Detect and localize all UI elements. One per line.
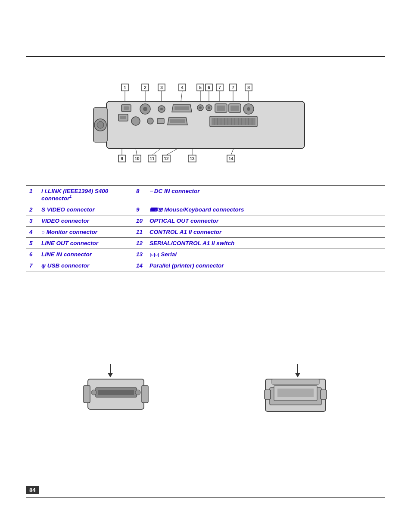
svg-text:11: 11 <box>149 156 155 161</box>
row7-left-label: ψ USB connector <box>38 260 133 271</box>
svg-text:9: 9 <box>121 156 123 161</box>
row6-left-num: 6 <box>26 249 38 260</box>
row1-left-num: 1 <box>26 186 38 204</box>
svg-text:12: 12 <box>164 156 169 161</box>
row5-right-num: 12 <box>133 237 146 249</box>
row3-right-label: OPTICAL OUT connector <box>146 215 385 226</box>
row2-left-label: S VIDEO connector <box>38 204 133 215</box>
row4-left-label: ○ Monitor connector <box>38 226 133 237</box>
svg-text:1: 1 <box>124 85 126 90</box>
svg-rect-90 <box>142 386 148 403</box>
svg-rect-10 <box>174 106 189 110</box>
svg-text:7: 7 <box>232 85 234 90</box>
svg-text:6: 6 <box>208 85 210 90</box>
svg-point-93 <box>135 390 140 395</box>
diagram-section: 1 2 3 4 5 6 <box>26 67 385 183</box>
svg-text:14: 14 <box>228 156 234 161</box>
row7-left-num: 7 <box>26 260 38 271</box>
svg-rect-94 <box>98 390 134 395</box>
row4-left-num: 4 <box>26 226 38 237</box>
svg-line-79 <box>166 149 177 155</box>
svg-text:3: 3 <box>160 85 163 90</box>
table-row: 1 i i.LINK (IEEE1394) S400 connector1 8 … <box>26 186 385 204</box>
row4-right-label: CONTROL A1 ΙΙ connector <box>146 226 385 237</box>
svg-rect-102 <box>265 390 271 399</box>
svg-rect-22 <box>120 116 126 119</box>
svg-text:4: 4 <box>181 85 184 90</box>
svg-point-92 <box>91 390 97 395</box>
svg-marker-96 <box>295 373 300 377</box>
svg-line-76 <box>152 149 161 155</box>
svg-point-20 <box>247 107 250 111</box>
row6-right-label: |○|○| Serial <box>146 249 385 260</box>
svg-line-85 <box>231 149 234 155</box>
svg-text:8: 8 <box>247 85 250 90</box>
svg-rect-16 <box>217 106 225 111</box>
page-number: 84 <box>26 486 39 494</box>
svg-rect-28 <box>212 118 255 125</box>
row2-left-num: 2 <box>26 204 38 215</box>
row1-left-label: i i.LINK (IEEE1394) S400 connector1 <box>38 186 133 204</box>
page: 1 2 3 4 5 6 <box>0 0 411 532</box>
table-row: 2 S VIDEO connector 9 ⌨/⊞ Mouse/Keyboard… <box>26 204 385 215</box>
svg-text:7: 7 <box>218 85 221 90</box>
table-row: 4 ○ Monitor connector 11 CONTROL A1 ΙΙ c… <box>26 226 385 237</box>
row5-left-num: 5 <box>26 237 38 249</box>
row2-right-label: ⌨/⊞ Mouse/Keyboard connectors <box>146 204 385 215</box>
row3-left-num: 3 <box>26 215 38 226</box>
row6-right-num: 13 <box>133 249 146 260</box>
svg-point-23 <box>131 117 140 125</box>
connector-table-section: 1 i i.LINK (IEEE1394) S400 connector1 8 … <box>26 185 385 271</box>
svg-rect-89 <box>84 386 90 403</box>
svg-text:5: 5 <box>199 85 202 90</box>
svg-point-7 <box>143 107 147 111</box>
back-panel-diagram: 1 2 3 4 5 6 <box>55 71 356 183</box>
svg-line-52 <box>181 91 182 101</box>
top-rule <box>26 56 385 57</box>
row5-left-label: LINE OUT connector <box>38 237 133 249</box>
svg-point-24 <box>147 118 153 124</box>
row4-right-num: 11 <box>133 226 146 237</box>
svg-point-3 <box>97 121 104 128</box>
row7-right-num: 14 <box>133 260 146 271</box>
svg-rect-18 <box>230 106 239 111</box>
table-row: 5 LINE OUT connector 12 SERIAL/CONTROL A… <box>26 237 385 249</box>
device-right-svg <box>257 362 334 418</box>
svg-rect-98 <box>272 379 319 384</box>
svg-rect-103 <box>321 390 327 399</box>
svg-line-73 <box>136 149 137 155</box>
row6-left-label: LINE IN connector <box>38 249 133 260</box>
svg-point-9 <box>160 108 163 110</box>
table-row: 6 LINE IN connector 13 |○|○| Serial <box>26 249 385 260</box>
svg-point-14 <box>208 106 210 109</box>
diagram-container: 1 2 3 4 5 6 <box>26 71 385 183</box>
bottom-illustrations <box>26 362 385 418</box>
svg-rect-101 <box>277 389 314 397</box>
row2-right-num: 9 <box>133 204 146 215</box>
svg-rect-25 <box>157 118 164 124</box>
table-row: 3 VIDEO connector 10 OPTICAL OUT connect… <box>26 215 385 226</box>
svg-text:13: 13 <box>190 156 195 161</box>
svg-text:10: 10 <box>134 156 140 161</box>
svg-rect-26 <box>170 119 185 123</box>
table-row: 7 ψ USB connector 14 Parallel (printer) … <box>26 260 385 271</box>
svg-text:2: 2 <box>144 85 146 90</box>
svg-marker-87 <box>108 373 113 377</box>
row3-left-label: VIDEO connector <box>38 215 133 226</box>
row5-right-label: SERIAL/CONTROL A1 ΙΙ switch <box>146 237 385 249</box>
row3-right-num: 10 <box>133 215 146 226</box>
row1-left-icon: i <box>41 188 43 194</box>
row1-right-num: 8 <box>133 186 146 204</box>
svg-rect-5 <box>124 106 129 110</box>
connector-table: 1 i i.LINK (IEEE1394) S400 connector1 8 … <box>26 185 385 271</box>
device-image-left <box>77 362 155 418</box>
bottom-rule <box>26 497 385 498</box>
row1-right-label: ⎓ DC IN connector <box>146 186 385 204</box>
row7-right-label: Parallel (printer) connector <box>146 260 385 271</box>
svg-point-12 <box>199 106 202 109</box>
device-image-right <box>257 362 334 418</box>
device-left-svg <box>79 362 153 418</box>
